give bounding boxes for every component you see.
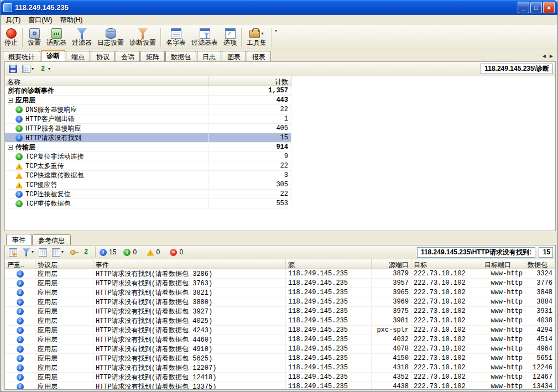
diagnosis-count: 443 [208,96,290,104]
event-row[interactable]: i应用层HTTP请求没有找到(请看数据包 4243)118.249.145.23… [5,326,555,335]
tab-参考信息[interactable]: 参考信息 [32,234,71,245]
events-lock-button[interactable] [67,247,79,258]
menu-item-2[interactable]: 帮助(H) [56,14,87,26]
column-header-severity[interactable]: 严重.. [5,259,35,269]
stop-button[interactable]: 停止 [2,27,20,48]
window-controls: _ □ × [518,2,555,13]
restore-button[interactable]: □ [530,2,542,13]
tab-日志[interactable]: 日志 [197,51,221,61]
event-row[interactable]: i应用层HTTP请求没有找到(请看数据包 3880)118.249.145.23… [5,297,555,307]
diagnosis-row[interactable]: !TCP太多重传22 [5,161,291,171]
events-locate-packet-button[interactable] [7,247,19,258]
filter-table-button[interactable]: 过滤器表 [189,27,221,48]
toolset-button[interactable]: ▾工具集 [244,27,269,48]
diagnosis-row[interactable]: !TCP重传数据包553 [5,199,291,208]
tab-事件[interactable]: 事件 [6,234,32,245]
event-layer: 应用层 [35,382,93,389]
event-row[interactable]: i应用层HTTP请求没有找到(请看数据包 4910)118.249.145.23… [5,344,555,354]
column-header-target[interactable]: 目标 [411,259,482,269]
menu-item-1[interactable]: 窗口(W) [24,14,56,26]
diagnosis-row[interactable]: 应用层443 [5,96,291,105]
events-filter-small-button[interactable]: ▾ [20,247,35,258]
toolbar-overflow-button[interactable]: ▾ [274,28,278,34]
info-icon: i [17,364,24,372]
tab-图表[interactable]: 图表 [222,51,246,61]
warning-icon: ! [15,163,23,170]
diagnosis-settings-button[interactable]: 诊断设置 [127,27,159,48]
event-row[interactable]: i应用层HTTP请求没有找到(请看数据包 5625)118.249.145.23… [5,354,555,363]
minimize-button[interactable]: _ [518,2,529,13]
tab-诊断[interactable]: 诊断 [41,50,65,61]
diagnosis-count: 22 [208,190,290,198]
diagnosis-count: 914 [208,143,290,151]
collapse-toggle-icon[interactable] [8,98,13,103]
column-header-target-port[interactable]: 目标端口 [482,259,525,269]
info-icon: i [15,116,23,123]
event-target: 222.73.10.102 [411,354,482,363]
events-grid-filter-button[interactable] [37,247,49,258]
diagnosis-settings-icon [138,28,148,39]
column-header-event[interactable]: 事件 [93,259,286,269]
column-header-packet[interactable]: 数据包 [525,259,555,269]
event-row[interactable]: i应用层HTTP请求没有找到(请看数据包 4025)118.249.145.23… [5,316,555,326]
tab-next-icon[interactable]: ▶ [549,53,554,59]
event-row[interactable]: i应用层HTTP请求没有找到(请看数据包 4460)118.249.145.23… [5,335,555,344]
events-columns-button[interactable]: ▾ [50,247,65,258]
stop-icon [6,28,17,39]
filter-button[interactable]: 过滤器 [69,27,95,48]
collapse-toggle-icon[interactable] [8,145,13,150]
event-source-port: 4318 [372,363,411,373]
event-target-port: www-http [482,297,525,307]
column-header-layer[interactable]: 协议层 [35,259,93,269]
diagnosis-row[interactable]: iTCP连接被复位22 [5,190,291,199]
event-row[interactable]: i应用层HTTP请求没有找到(请看数据包 3286)118.249.145.23… [5,269,555,279]
tab-数据包[interactable]: 数据包 [165,51,196,61]
diagnosis-row[interactable]: iHTTP客户端出错1 [5,114,291,124]
event-row[interactable]: i应用层HTTP请求没有找到(请看数据包 13375)118.249.145.2… [5,382,555,389]
diag-grid-filter-button[interactable]: ▾ [20,64,35,75]
warning-icon: ! [147,249,154,256]
diagnosis-row[interactable]: !DNS服务器慢响应22 [5,105,291,114]
events-auto-refresh-button[interactable]: 2 [80,247,92,258]
event-row[interactable]: i应用层HTTP请求没有找到(请看数据包 3927)118.249.145.23… [5,307,555,316]
tab-概要统计[interactable]: 概要统计 [3,51,40,61]
diagnosis-row[interactable]: 传输层914 [5,143,291,152]
tab-prev-icon[interactable]: ◀ [541,53,547,59]
tab-会话[interactable]: 会话 [116,51,140,61]
info-icon: i [17,346,24,353]
diagnosis-row[interactable]: !HTTP服务器慢响应405 [5,124,291,133]
diagnosis-row[interactable]: iHTTP请求没有找到15 [5,133,291,143]
event-row[interactable]: i应用层HTTP请求没有找到(请看数据包 12418)118.249.145.2… [5,373,555,382]
diagnosis-name: TCP复位非活动连接 [25,152,84,161]
name-table-icon [171,28,181,39]
diag-auto-refresh-button[interactable]: 2▾ [37,64,52,75]
options-button[interactable]: 选项 [221,27,239,48]
event-row[interactable]: i应用层HTTP请求没有找到(请看数据包 3821)118.249.145.23… [5,288,555,297]
column-header-source[interactable]: 源 [286,259,372,269]
tab-端点[interactable]: 端点 [66,51,90,61]
event-packet: 3931 [525,307,555,316]
diagnosis-row[interactable]: !TCP快速重传数据包3 [5,171,291,180]
tab-协议[interactable]: 协议 [91,51,115,61]
diagnosis-name: HTTP客户端出错 [25,114,75,123]
column-header-name[interactable]: 名称 [5,76,208,86]
toolbar-separator [95,247,96,257]
diagnosis-row[interactable]: 所有的诊断事件1,357 [5,86,291,96]
tab-矩阵[interactable]: 矩阵 [140,51,165,61]
tab-报表[interactable]: 报表 [247,51,271,61]
log-settings-button[interactable]: 日志设置 [95,27,127,48]
diagnosis-row[interactable]: !TCP慢应答305 [5,180,291,190]
menu-item-0[interactable]: 具(T) [2,14,24,26]
name-table-button[interactable]: 名字表 [163,27,189,48]
diag-save-button[interactable] [7,64,19,75]
event-packet: 4038 [525,316,555,326]
adapter-button[interactable]: 适配器 [44,27,69,48]
column-header-count[interactable]: 计数 [208,76,290,86]
event-row[interactable]: i应用层HTTP请求没有找到(请看数据包 3763)118.249.145.23… [5,279,555,288]
diagnosis-table-header: 名称 计数 [5,76,291,86]
event-row[interactable]: i应用层HTTP请求没有找到(请看数据包 12207)118.249.145.2… [5,363,555,373]
settings-button[interactable]: 设置 [25,27,44,48]
diagnosis-row[interactable]: !TCP复位非活动连接9 [5,152,291,161]
column-header-source-port[interactable]: 源端口 [372,259,411,269]
close-button[interactable]: × [543,2,555,13]
